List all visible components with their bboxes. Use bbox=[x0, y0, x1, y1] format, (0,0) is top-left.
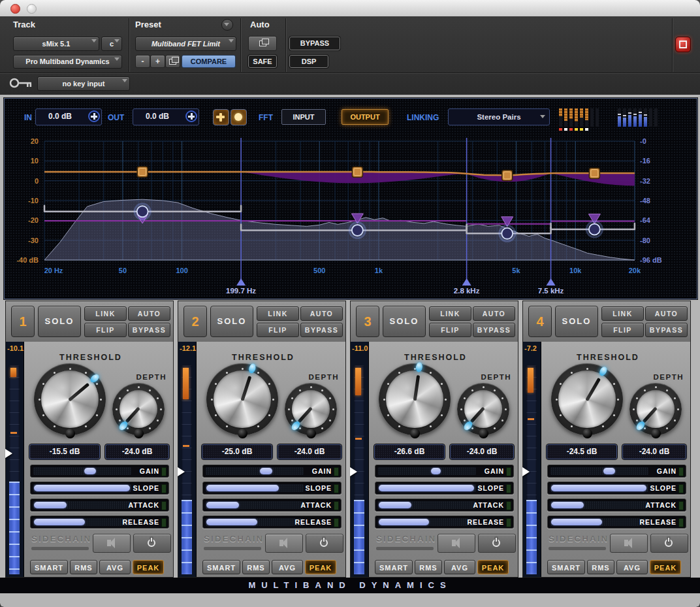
release-slider[interactable]: RELEASE bbox=[375, 516, 514, 529]
key-input-selector[interactable]: no key input bbox=[37, 76, 130, 91]
band-solo-button[interactable]: SOLO bbox=[38, 306, 81, 337]
avg-mode-button[interactable]: AVG bbox=[272, 560, 303, 574]
release-slider[interactable]: RELEASE bbox=[202, 516, 342, 529]
band-auto-button[interactable]: AUTO bbox=[128, 306, 170, 321]
depth-knob[interactable] bbox=[629, 383, 682, 435]
bypass-button[interactable]: BYPASS bbox=[289, 37, 340, 50]
band-link-button[interactable]: LINK bbox=[601, 306, 644, 321]
sidechain-power-button[interactable] bbox=[478, 534, 516, 553]
smart-mode-button[interactable]: SMART bbox=[375, 560, 413, 574]
plugin-selector[interactable]: Pro Multiband Dynamics bbox=[13, 55, 122, 69]
slope-slider[interactable]: SLOPE bbox=[202, 482, 342, 495]
rms-mode-button[interactable]: RMS bbox=[587, 560, 614, 574]
band-solo-button[interactable]: SOLO bbox=[383, 306, 426, 337]
band-flip-button[interactable]: FLIP bbox=[84, 323, 127, 337]
auto-copy-button[interactable] bbox=[248, 36, 277, 51]
depth-value[interactable]: -24.0 dB bbox=[105, 444, 169, 459]
slope-slider[interactable]: SLOPE bbox=[375, 482, 514, 495]
band-flip-button[interactable]: FLIP bbox=[601, 323, 644, 337]
depth-value[interactable]: -24.0 dB bbox=[278, 444, 342, 459]
threshold-value[interactable]: -25.0 dB bbox=[202, 444, 272, 459]
band-number-button[interactable]: 1 bbox=[11, 306, 35, 337]
depth-knob[interactable] bbox=[285, 383, 337, 435]
threshold-knob[interactable] bbox=[551, 363, 623, 435]
band-flip-button[interactable]: FLIP bbox=[257, 323, 299, 337]
preset-previous-button[interactable]: - bbox=[135, 55, 150, 68]
input-gain-field[interactable]: 0.0 dB bbox=[35, 108, 102, 125]
slope-slider[interactable]: SLOPE bbox=[547, 482, 686, 495]
smart-mode-button[interactable]: SMART bbox=[30, 560, 68, 574]
sidechain-listen-button[interactable] bbox=[265, 534, 303, 553]
peak-mode-button[interactable]: PEAK bbox=[650, 560, 681, 574]
sidechain-power-button[interactable] bbox=[306, 534, 343, 553]
compare-button[interactable]: COMPARE bbox=[182, 55, 236, 68]
add-band-button[interactable] bbox=[213, 109, 229, 125]
release-slider[interactable]: RELEASE bbox=[30, 516, 169, 529]
meter-pointer[interactable] bbox=[522, 467, 530, 476]
band-bypass-button[interactable]: BYPASS bbox=[300, 323, 343, 337]
peak-mode-button[interactable]: PEAK bbox=[477, 560, 509, 574]
track-selector[interactable]: sMix 5.1 bbox=[13, 37, 99, 51]
frequency-graph[interactable]: 199.7 Hz2.8 kHz7.5 kHz20100-10-20-30-40 … bbox=[5, 130, 694, 297]
gain-slider[interactable]: GAIN bbox=[30, 465, 169, 478]
threshold-value[interactable]: -26.6 dB bbox=[374, 444, 445, 459]
close-icon[interactable] bbox=[10, 4, 20, 14]
band-number-button[interactable]: 4 bbox=[528, 306, 552, 337]
avg-mode-button[interactable]: AVG bbox=[99, 560, 131, 574]
attack-slider[interactable]: ATTACK bbox=[375, 499, 514, 512]
peak-mode-button[interactable]: PEAK bbox=[133, 560, 164, 574]
meter-pointer[interactable] bbox=[178, 467, 185, 476]
minimize-icon[interactable] bbox=[27, 4, 37, 14]
band-enable-button[interactable] bbox=[231, 109, 247, 125]
band-number-button[interactable]: 2 bbox=[183, 306, 207, 337]
safe-button[interactable]: SAFE bbox=[248, 55, 277, 68]
band-bypass-button[interactable]: BYPASS bbox=[645, 323, 688, 337]
band-link-button[interactable]: LINK bbox=[429, 306, 471, 321]
threshold-knob[interactable] bbox=[34, 363, 106, 435]
depth-value[interactable]: -24.0 dB bbox=[622, 444, 686, 459]
avg-mode-button[interactable]: AVG bbox=[444, 560, 475, 574]
depth-knob[interactable] bbox=[457, 383, 509, 435]
band-auto-button[interactable]: AUTO bbox=[300, 306, 343, 321]
band-number-button[interactable]: 3 bbox=[356, 306, 379, 337]
threshold-knob[interactable] bbox=[379, 363, 451, 435]
rms-mode-button[interactable]: RMS bbox=[242, 560, 270, 574]
peak-mode-button[interactable]: PEAK bbox=[305, 560, 336, 574]
band-bypass-button[interactable]: BYPASS bbox=[128, 323, 170, 337]
rms-mode-button[interactable]: RMS bbox=[70, 560, 97, 574]
band-auto-button[interactable]: AUTO bbox=[473, 306, 515, 321]
attack-slider[interactable]: ATTACK bbox=[30, 499, 169, 512]
band-flip-button[interactable]: FLIP bbox=[429, 323, 471, 337]
preset-selector[interactable]: Multiband FET Limit bbox=[135, 37, 236, 51]
target-icon[interactable] bbox=[675, 37, 691, 52]
threshold-value[interactable]: -24.5 dB bbox=[547, 444, 617, 459]
preset-copy-button[interactable] bbox=[165, 55, 180, 68]
fader-icon[interactable] bbox=[185, 110, 197, 122]
attack-slider[interactable]: ATTACK bbox=[202, 499, 342, 512]
band-link-button[interactable]: LINK bbox=[84, 306, 127, 321]
gain-slider[interactable]: GAIN bbox=[547, 465, 686, 478]
fft-output-button[interactable]: OUTPUT bbox=[342, 109, 389, 125]
band-link-button[interactable]: LINK bbox=[257, 306, 299, 321]
smart-mode-button[interactable]: SMART bbox=[547, 560, 585, 574]
release-slider[interactable]: RELEASE bbox=[547, 516, 686, 529]
threshold-value[interactable]: -15.5 dB bbox=[29, 444, 100, 459]
avg-mode-button[interactable]: AVG bbox=[616, 560, 648, 574]
sidechain-listen-button[interactable] bbox=[93, 534, 131, 553]
linking-selector[interactable]: Stereo Pairs bbox=[448, 108, 550, 125]
band-solo-button[interactable]: SOLO bbox=[210, 306, 253, 337]
sidechain-listen-button[interactable] bbox=[438, 534, 475, 553]
rms-mode-button[interactable]: RMS bbox=[415, 560, 442, 574]
dsp-selector[interactable]: DSP bbox=[289, 55, 328, 68]
fader-icon[interactable] bbox=[88, 110, 100, 122]
preset-menu-button[interactable] bbox=[221, 19, 233, 31]
preset-next-button[interactable]: + bbox=[150, 55, 165, 68]
sidechain-listen-button[interactable] bbox=[610, 534, 648, 553]
fft-input-button[interactable]: INPUT bbox=[281, 109, 326, 125]
depth-knob[interactable] bbox=[112, 383, 165, 435]
threshold-knob[interactable] bbox=[206, 363, 278, 435]
sidechain-power-button[interactable] bbox=[133, 534, 171, 553]
meter-pointer[interactable] bbox=[350, 467, 357, 476]
channel-selector[interactable]: c bbox=[101, 37, 122, 51]
sidechain-power-button[interactable] bbox=[650, 534, 688, 553]
